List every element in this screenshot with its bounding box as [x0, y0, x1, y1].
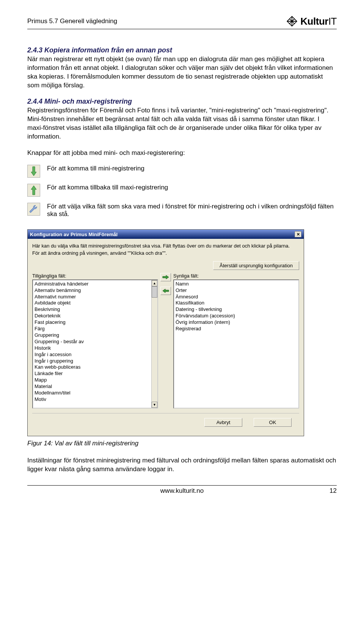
list-item[interactable]: Avbildade objekt [35, 300, 150, 306]
list-item[interactable]: Fast placering [35, 319, 150, 326]
arrow-down-green-icon [30, 166, 37, 177]
list-item[interactable]: Ingår i accession [35, 352, 150, 358]
mini-register-button[interactable] [27, 165, 40, 178]
field-config-label: För att välja vilka fält som ska vara me… [47, 203, 337, 218]
visible-fields-label: Synliga fält: [173, 273, 299, 279]
close-button[interactable]: ✕ [295, 231, 301, 237]
list-item[interactable]: Länkade filer [35, 371, 150, 377]
ok-button[interactable]: OK [254, 418, 292, 427]
reset-config-button[interactable]: Återställ ursprunglig konfiguration [213, 261, 299, 270]
list-item[interactable]: Kan webb-publiceras [35, 364, 150, 371]
page-number: 12 [329, 487, 337, 495]
list-item[interactable]: Dekorteknik [35, 313, 150, 319]
move-right-button[interactable] [160, 273, 171, 281]
dialog-titlebar: Konfiguration av Primus MiniFöremål ✕ [28, 230, 304, 239]
list-item[interactable]: Övrig information (intern) [176, 319, 297, 326]
figure-caption: Figur 14: Val av fält till mini-registre… [27, 439, 337, 448]
field-config-button[interactable] [27, 203, 40, 216]
list-item[interactable]: Modellnamn/titel [35, 390, 150, 396]
footer-url: www.kulturit.no [160, 487, 204, 495]
list-item[interactable]: Datering - tillverkning [176, 306, 297, 313]
list-item[interactable]: Mapp [35, 377, 150, 383]
list-item[interactable]: Alternativt nummer [35, 294, 150, 300]
dialog-title: Konfiguration av Primus MiniFöremål [30, 232, 118, 237]
body-244: Registreringsfönstren för Föremål och Fo… [27, 106, 337, 141]
arrow-right-green-icon [162, 275, 169, 279]
list-item[interactable]: Ingår i gruppering [35, 358, 150, 364]
dialog-intro: Här kan du välja vilka fält miniregistre… [32, 243, 299, 256]
knot-icon [286, 15, 298, 27]
body-243: När man registrerar ett nytt objekt (se … [27, 55, 337, 90]
page-footer: www.kulturit.no 12 [27, 485, 337, 495]
list-item[interactable]: Ämnesord [176, 294, 297, 300]
list-item[interactable]: Orter [176, 287, 297, 294]
move-left-button[interactable] [160, 287, 171, 295]
heading-243: 2.4.3 Kopiera information från en annan … [27, 46, 337, 54]
scroll-down-icon[interactable]: ▼ [152, 402, 157, 408]
list-item[interactable]: Beskrivning [35, 306, 150, 313]
available-fields-listbox[interactable]: Administrativa händelserAlternativ benäm… [32, 279, 158, 409]
list-item[interactable]: Gruppering [35, 332, 150, 339]
maxi-register-button[interactable] [27, 184, 40, 197]
arrow-up-green-icon [30, 185, 37, 196]
available-fields-label: Tillgängliga fält: [32, 273, 158, 279]
scroll-thumb[interactable] [152, 286, 157, 298]
heading-244: 2.4.4 Mini- och maxi-registrering [27, 98, 337, 106]
scrollbar[interactable]: ▲ ▼ [151, 280, 157, 408]
brand-logo: KulturIT [286, 15, 337, 27]
cancel-button[interactable]: Avbryt [204, 418, 242, 427]
list-item[interactable]: Administrativa händelser [35, 281, 150, 287]
brand-thin: IT [328, 16, 337, 27]
wrench-icon [29, 204, 39, 214]
list-item[interactable]: Alternativ benämning [35, 287, 150, 294]
visible-fields-listbox[interactable]: NamnOrterÄmnesordKlassifikationDatering … [173, 279, 299, 409]
list-item[interactable]: Förvärvsdatum (accession) [176, 313, 297, 319]
buttons-intro: Knappar för att jobba med mini- och maxi… [27, 149, 337, 158]
list-item[interactable]: Motiv [35, 396, 150, 403]
list-item[interactable]: Färg [35, 326, 150, 332]
list-item[interactable]: Namn [176, 281, 297, 287]
config-dialog: Konfiguration av Primus MiniFöremål ✕ Hä… [27, 229, 304, 436]
arrow-left-green-icon [162, 289, 169, 293]
list-item[interactable]: Gruppering - består av [35, 339, 150, 345]
header-title: Primus 5.7 Generell vägledning [27, 17, 117, 25]
list-item[interactable]: Klassifikation [176, 300, 297, 306]
page-header: Primus 5.7 Generell vägledning KulturIT [27, 15, 337, 29]
brand-bold: Kultur [300, 16, 328, 27]
closing-paragraph: Inställningar för fönstret miniregistrer… [27, 456, 337, 474]
list-item[interactable]: Registrerad [176, 326, 297, 332]
maxi-register-label: För att komma tillbaka till maxi-registr… [47, 184, 337, 191]
list-item[interactable]: Historik [35, 345, 150, 352]
scroll-up-icon[interactable]: ▲ [152, 280, 157, 286]
mini-register-label: För att komma till mini-registrering [47, 165, 337, 172]
list-item[interactable]: Material [35, 383, 150, 390]
